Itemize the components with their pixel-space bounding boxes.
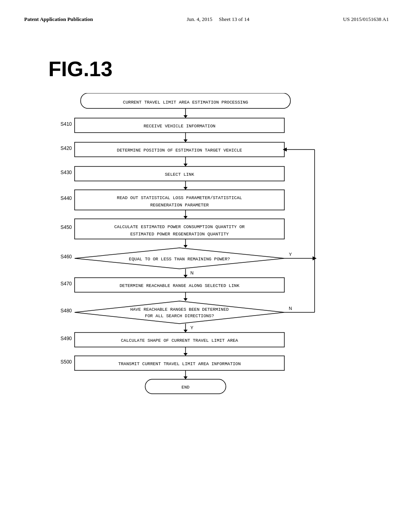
flowchart-svg: CURRENT TRAVEL LIMIT AREA ESTIMATION PRO…: [48, 93, 339, 444]
step-s450-line1: CALCULATE ESTIMATED POWER CONSUMPTION QU…: [114, 224, 245, 229]
label-s450: S450: [60, 224, 72, 230]
step-s480-line1: HAVE REACHABLE RANGES BEEN DETERMINED: [130, 307, 229, 312]
label-s430: S430: [60, 170, 72, 175]
svg-marker-22: [184, 275, 188, 278]
svg-marker-38: [184, 376, 188, 379]
header-sheet: Sheet 13 of 14: [219, 16, 249, 22]
label-y-s480: Y: [190, 325, 194, 330]
end-label: END: [181, 385, 190, 390]
start-label: CURRENT TRAVEL LIMIT AREA ESTIMATION PRO…: [123, 100, 248, 105]
svg-marker-8: [184, 164, 188, 166]
header-date: Jun. 4, 2015: [187, 16, 213, 22]
step-s430: SELECT LINK: [165, 172, 194, 177]
label-s420: S420: [60, 145, 72, 151]
header: Patent Application Publication Jun. 4, 2…: [24, 16, 389, 25]
svg-marker-32: [184, 330, 188, 332]
step-s460: EQUAL TO OR LESS THAN REMAINING POWER?: [129, 257, 230, 262]
step-s500: TRANSMIT CURRENT TRAVEL LIMIT AREA INFOR…: [118, 362, 241, 366]
svg-marker-5: [184, 139, 188, 142]
flowchart: CURRENT TRAVEL LIMIT AREA ESTIMATION PRO…: [48, 93, 339, 445]
label-s460: S460: [60, 254, 72, 260]
figure-title: FIG.13: [48, 57, 389, 81]
label-n-s480: N: [289, 306, 292, 311]
svg-marker-35: [184, 353, 188, 356]
step-s450-line2: ESTIMATED POWER REGENERATION QUANTITY: [130, 232, 229, 237]
svg-marker-17: [184, 245, 188, 248]
svg-marker-25: [184, 298, 188, 301]
step-s480-line2: FOR ALL SEARCH DIRECTIONS?: [145, 314, 214, 318]
label-s410: S410: [60, 121, 72, 127]
step-s440-line2: REGENERATION PARAMETER: [150, 203, 209, 208]
svg-marker-2: [184, 115, 188, 118]
label-n-s460: N: [190, 270, 194, 275]
label-s480: S480: [60, 308, 72, 314]
label-s440: S440: [60, 195, 72, 201]
step-s490: CALCULATE SHAPE OF CURRENT TRAVEL LIMIT …: [121, 338, 238, 343]
label-s500: S500: [60, 359, 72, 365]
step-s420: DETERMINE POSITION OF ESTIMATION TARGET …: [117, 148, 242, 153]
step-s410: RECEIVE VEHICLE INFORMATION: [144, 124, 215, 129]
label-y-s460: Y: [289, 252, 292, 257]
svg-marker-11: [184, 187, 188, 190]
svg-marker-26: [75, 301, 284, 324]
svg-marker-14: [184, 216, 188, 219]
header-date-sheet: Jun. 4, 2015 Sheet 13 of 14: [187, 16, 249, 23]
page: Patent Application Publication Jun. 4, 2…: [0, 0, 413, 532]
label-s470: S470: [60, 281, 72, 287]
step-s440-line1: READ OUT STATISTICAL LOSS PARAMETER/STAT…: [117, 195, 242, 200]
header-publication: Patent Application Publication: [24, 16, 93, 23]
label-s490: S490: [60, 336, 72, 341]
step-s470: DETERMINE REACHABLE RANGE ALONG SELECTED…: [119, 283, 239, 288]
header-patent-number: US 2015/0151638 A1: [343, 16, 389, 23]
